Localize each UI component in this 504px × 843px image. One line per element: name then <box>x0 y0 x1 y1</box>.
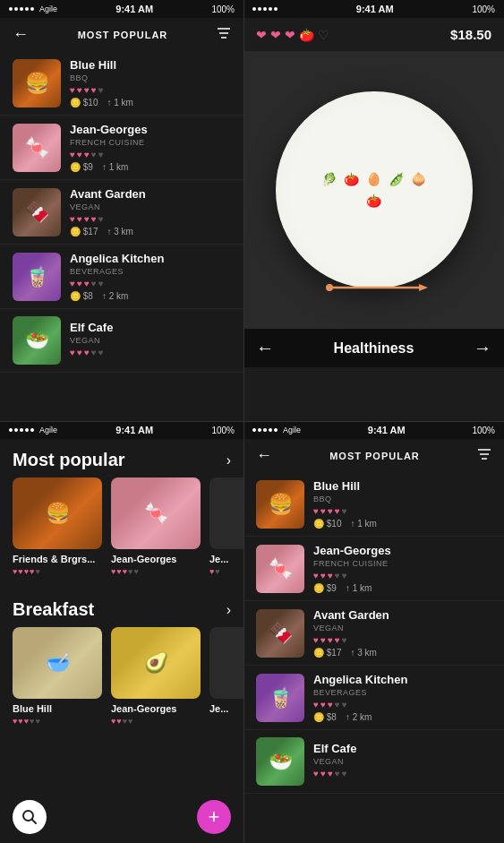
food-nav: ← Healthiness → <box>243 329 504 367</box>
tl-title: MOST POPULAR <box>78 30 168 40</box>
card-name: Jean-Georges <box>111 703 201 714</box>
heart-4: ♥ <box>91 85 97 95</box>
heart-icon-3[interactable]: ❤ <box>285 28 295 42</box>
card-item[interactable]: 🍬 Jean-Georges ♥ ♥ ♥ ♥ ♥ <box>111 477 201 576</box>
restaurant-item[interactable]: 🍫 Avant Garden VEGAN ♥♥♥♥♥ 🪙 $17 ↑ 3 km <box>243 601 504 666</box>
distance: ↑ 2 km <box>346 712 372 722</box>
restaurant-type: VEGAN <box>70 336 231 345</box>
meta-row: 🪙 $10 ↑ 1 km <box>313 519 491 529</box>
bottom-nav: + <box>0 800 243 834</box>
restaurant-name: Elf Cafe <box>70 321 231 334</box>
restaurant-info: Elf Cafe VEGAN ♥ ♥ ♥ ♥ ♥ <box>70 321 231 360</box>
heart-5: ♥ <box>98 85 104 95</box>
restaurant-thumb: 🍫 <box>256 609 304 658</box>
svg-marker-4 <box>419 284 428 291</box>
card-item[interactable]: Je... <box>209 627 243 726</box>
breakfast-section-header: Breakfast › <box>0 589 243 627</box>
meta-row: 🪙 $8 ↑ 2 km <box>70 291 231 301</box>
heart-icon-1[interactable]: ❤ <box>256 28 267 42</box>
restaurant-item[interactable]: 🍬 Jean-Georges FRENCH CUISINE ♥♥♥♥♥ 🪙 $9… <box>243 537 504 601</box>
card-image: 🥣 <box>13 627 102 699</box>
heart-icon-5[interactable]: ♡ <box>318 28 329 42</box>
restaurant-item[interactable]: 🍬 Jean-Georges FRENCH CUISINE ♥ ♥ ♥ ♥ ♥ … <box>0 116 243 180</box>
restaurant-info: Jean-Georges FRENCH CUISINE ♥ ♥ ♥ ♥ ♥ 🪙 … <box>70 123 231 172</box>
restaurant-item[interactable]: 🥗 Elf Cafe VEGAN ♥ ♥ ♥ ♥ ♥ <box>0 309 243 373</box>
restaurant-info: Blue Hill BBQ ♥♥♥♥♥ 🪙 $10 ↑ 1 km <box>313 479 491 529</box>
time-bl: 9:41 AM <box>115 425 153 435</box>
heart-3: ♥ <box>84 85 90 95</box>
heart-icon-2[interactable]: ❤ <box>270 28 281 42</box>
card-name: Je... <box>209 554 243 564</box>
restaurant-name: Avant Garden <box>70 187 231 201</box>
restaurant-thumb: 🥗 <box>256 737 304 786</box>
restaurant-item[interactable]: 🧋 Angelica Kitchen BEVERAGES ♥ ♥ ♥ ♥ ♥ 🪙… <box>0 245 243 309</box>
card-hearts: ♥ ♥ ♥ ♥ ♥ <box>111 567 201 576</box>
search-button[interactable] <box>13 800 47 834</box>
hearts-row: ♥♥♥♥♥ <box>313 571 491 581</box>
restaurant-info: Angelica Kitchen BEVERAGES ♥♥♥♥♥ 🪙 $8 ↑ … <box>313 673 491 722</box>
love-icons: ❤ ❤ ❤ 🍅 ♡ <box>256 28 329 42</box>
restaurant-type: FRENCH CUISINE <box>313 559 491 568</box>
restaurant-item[interactable]: 🍫 Avant Garden VEGAN ♥ ♥ ♥ ♥ ♥ 🪙 $17 ↑ 3… <box>0 180 243 245</box>
price: 🪙 $17 <box>70 227 98 237</box>
card-item[interactable]: 🥑 Jean-Georges ♥ ♥ ♥ ♥ <box>111 627 201 726</box>
status-bar-bl: Agile 9:41 AM 100% <box>0 421 243 439</box>
card-name: Jean-Georges <box>111 554 201 564</box>
card-image: 🥑 <box>111 627 201 699</box>
restaurant-name: Avant Garden <box>313 608 491 622</box>
restaurant-info: Avant Garden VEGAN ♥ ♥ ♥ ♥ ♥ 🪙 $17 ↑ 3 k… <box>70 187 231 237</box>
meta-row: 🪙 $17 ↑ 3 km <box>70 227 231 237</box>
meta-row: 🪙 $17 ↑ 3 km <box>313 648 491 658</box>
prev-arrow[interactable]: ← <box>256 338 274 358</box>
most-popular-section-header: Most popular › <box>0 439 243 477</box>
signal-indicator: Agile <box>9 4 57 13</box>
restaurant-type: BBQ <box>313 495 491 503</box>
food-price: $18.50 <box>450 27 491 42</box>
horizontal-divider <box>0 421 504 422</box>
back-button-br[interactable]: ← <box>256 446 272 465</box>
restaurant-type: VEGAN <box>70 202 231 211</box>
restaurant-type: BEVERAGES <box>313 688 491 697</box>
restaurant-item[interactable]: 🍔 Blue Hill BBQ ♥ ♥ ♥ ♥ ♥ 🪙 $10 ↑ 1 km <box>0 51 243 116</box>
status-bar-br: Agile 9:41 AM 100% <box>243 421 504 439</box>
restaurant-thumb: 🍔 <box>13 59 61 108</box>
price: 🪙 $9 <box>313 583 337 593</box>
add-button[interactable]: + <box>197 800 231 834</box>
restaurant-thumb: 🧋 <box>256 674 304 722</box>
top-left-panel: Agile 9:41 AM 100% ← MOST POPULAR 🍔 Blue… <box>0 0 243 421</box>
restaurant-info: Blue Hill BBQ ♥ ♥ ♥ ♥ ♥ 🪙 $10 ↑ 1 km <box>70 58 231 108</box>
card-item[interactable]: 🥣 Blue Hill ♥ ♥ ♥ ♥ ♥ <box>13 627 102 726</box>
meta-row: 🪙 $9 ↑ 1 km <box>70 162 231 172</box>
card-item[interactable]: Je... ♥ ♥ <box>209 477 243 576</box>
card-name: Je... <box>209 703 243 714</box>
meta-row: 🪙 $8 ↑ 2 km <box>313 712 491 722</box>
meta-row: 🪙 $10 ↑ 1 km <box>70 98 231 108</box>
distance: ↑ 1 km <box>350 519 376 529</box>
filter-icon-tl[interactable] <box>217 27 231 42</box>
card-item[interactable]: 🍔 Friends & Brgrs... ♥ ♥ ♥ ♥ ♥ <box>13 477 102 576</box>
distance: ↑ 1 km <box>102 162 128 172</box>
next-arrow[interactable]: → <box>474 338 491 358</box>
most-popular-scroll: 🍔 Friends & Brgrs... ♥ ♥ ♥ ♥ ♥ 🍬 Jean-Ge… <box>0 477 243 576</box>
food-image-container: 🥬🍅🥚 🫛🧅🍅 <box>243 51 504 329</box>
br-restaurant-list: 🍔 Blue Hill BBQ ♥♥♥♥♥ 🪙 $10 ↑ 1 km 🍬 Jea… <box>243 472 504 794</box>
price: 🪙 $10 <box>313 519 341 529</box>
status-bar-tl: Agile 9:41 AM 100% <box>0 0 243 18</box>
filter-icon-br[interactable] <box>477 448 491 463</box>
restaurant-name: Jean-Georges <box>70 123 231 136</box>
restaurant-item[interactable]: 🥗 Elf Cafe VEGAN ♥♥♥♥♥ <box>243 730 504 794</box>
breakfast-more[interactable]: › <box>226 602 231 618</box>
hearts-row: ♥ ♥ ♥ ♥ ♥ <box>70 348 231 357</box>
restaurant-item[interactable]: 🧋 Angelica Kitchen BEVERAGES ♥♥♥♥♥ 🪙 $8 … <box>243 666 504 730</box>
tl-header: ← MOST POPULAR <box>0 18 243 51</box>
most-popular-more[interactable]: › <box>226 452 231 469</box>
back-button-tl[interactable]: ← <box>13 25 29 44</box>
top-right-panel: 9:41 AM 100% ❤ ❤ ❤ 🍅 ♡ $18.50 🥬🍅🥚 🫛🧅🍅 <box>243 0 504 421</box>
restaurant-name: Blue Hill <box>70 58 231 72</box>
battery-bl: 100% <box>211 426 235 435</box>
restaurant-name: Jean-Georges <box>313 544 491 557</box>
meta-row: 🪙 $9 ↑ 1 km <box>313 583 491 593</box>
restaurant-item[interactable]: 🍔 Blue Hill BBQ ♥♥♥♥♥ 🪙 $10 ↑ 1 km <box>243 472 504 537</box>
signal-indicator-tr <box>252 7 278 11</box>
svg-point-5 <box>326 284 333 291</box>
